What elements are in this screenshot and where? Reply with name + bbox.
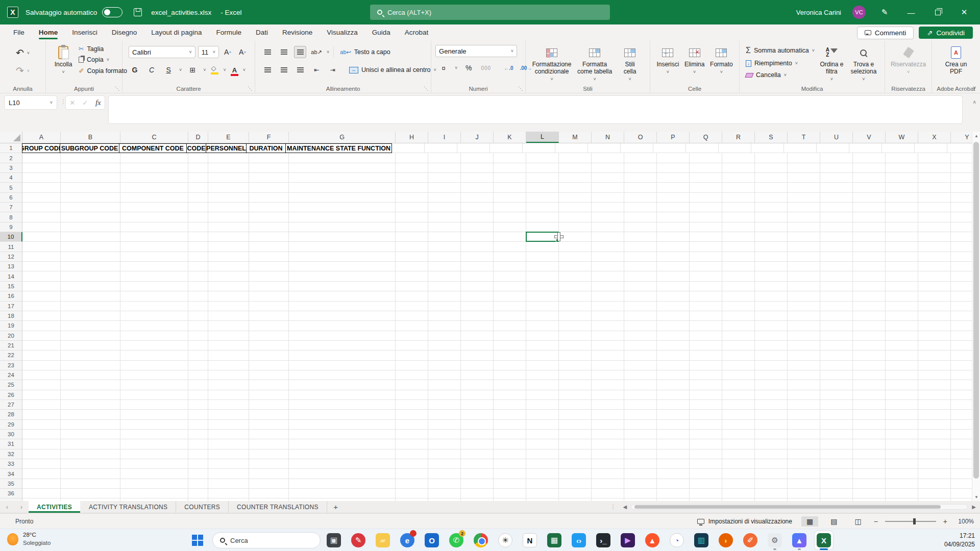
format-as-table-button[interactable]: Formatta come tabella˅ [574,44,616,83]
cell-J14[interactable] [461,271,494,281]
cell-A22[interactable] [22,350,61,360]
cell-J1[interactable] [457,143,490,153]
cell-Q36[interactable] [690,489,722,498]
cell-F34[interactable] [249,469,289,479]
cell-E21[interactable] [208,341,249,350]
cell-X24[interactable] [918,370,951,380]
cell-E29[interactable] [208,420,249,430]
row-header-16[interactable]: 16 [0,291,22,301]
borders-button[interactable]: ⊞ [186,64,199,76]
cell-M19[interactable] [559,321,592,331]
cell-A21[interactable] [22,341,61,350]
cell-G32[interactable] [289,449,396,459]
cell-A3[interactable] [22,163,61,173]
cell-U3[interactable] [820,163,853,173]
confirm-entry-icon[interactable]: ✓ [83,99,88,107]
cell-E18[interactable] [208,311,249,321]
start-button[interactable] [192,535,203,546]
bold-button[interactable]: G [129,64,141,76]
cell-W30[interactable] [886,430,918,439]
cell-N27[interactable] [592,400,624,410]
cell-F4[interactable] [249,173,289,183]
find-select-button[interactable]: Trova e seleziona˅ [847,44,880,83]
cell-Q8[interactable] [690,212,722,222]
cell-J11[interactable] [461,242,494,252]
cell-F36[interactable] [249,489,289,498]
cell-T24[interactable] [788,370,820,380]
cell-K32[interactable] [494,449,526,459]
cell-O2[interactable] [624,153,657,163]
cell-Q3[interactable] [690,163,722,173]
cell-F26[interactable] [249,390,289,400]
cell-N18[interactable] [592,311,624,321]
minimize-button[interactable]: — [903,8,919,17]
sheet-tab-activity-translations[interactable]: ACTIVITY TRANSLATIONS [81,501,176,513]
cell-K17[interactable] [494,302,526,311]
cell-F22[interactable] [249,350,289,360]
cell-D26[interactable] [188,390,208,400]
menu-tab-guida[interactable]: Guida [366,26,397,40]
cell-D9[interactable] [188,222,208,232]
cell-H4[interactable] [396,173,428,183]
cell-Y25[interactable] [951,380,972,390]
cell-Y27[interactable] [951,400,972,410]
cell-S2[interactable] [755,153,788,163]
cell-C34[interactable] [120,469,188,479]
cell-G8[interactable] [289,212,396,222]
cell-E17[interactable] [208,302,249,311]
cell-W21[interactable] [886,341,918,350]
cell-D17[interactable] [188,302,208,311]
cell-C28[interactable] [120,410,188,419]
cell-Y12[interactable] [951,252,972,262]
cell-S22[interactable] [755,350,788,360]
row-header-10[interactable]: 10 [0,232,22,242]
cell-X22[interactable] [918,350,951,360]
cell-D33[interactable] [188,459,208,469]
cell-D16[interactable] [188,291,208,301]
cell-A20[interactable] [22,331,61,341]
cell-W2[interactable] [886,153,918,163]
cell-U18[interactable] [820,311,853,321]
cell-G27[interactable] [289,400,396,410]
cell-F5[interactable] [249,183,289,192]
cell-N6[interactable] [592,193,624,203]
cell-B12[interactable] [61,252,120,262]
cell-J23[interactable] [461,361,494,370]
cell-R28[interactable] [722,410,755,419]
cell-H7[interactable] [396,203,428,212]
cell-T18[interactable] [788,311,820,321]
fill-color-icon[interactable] [211,66,219,73]
cell-O7[interactable] [624,203,657,212]
cell-Q26[interactable] [690,390,722,400]
cell-H33[interactable] [396,459,428,469]
cell-W11[interactable] [886,242,918,252]
cell-F2[interactable] [249,153,289,163]
cell-J25[interactable] [461,380,494,390]
cell-U21[interactable] [820,341,853,350]
shrink-font-button[interactable]: A˅ [236,46,249,58]
cell-T33[interactable] [788,459,820,469]
cell-J35[interactable] [461,479,494,489]
sort-filter-button[interactable]: AZ Ordina e filtra˅ [817,44,847,83]
clear-button[interactable]: Cancella˅ [744,70,817,80]
cell-P18[interactable] [657,311,690,321]
cell-O19[interactable] [624,321,657,331]
cell-W8[interactable] [886,212,918,222]
cell-A8[interactable] [22,212,61,222]
cell-Y19[interactable] [951,321,972,331]
cell-A24[interactable] [22,370,61,380]
cell-A35[interactable] [22,479,61,489]
cell-P30[interactable] [657,430,690,439]
cell-M12[interactable] [559,252,592,262]
row-header-17[interactable]: 17 [0,302,22,311]
cell-V23[interactable] [853,361,886,370]
cell-T35[interactable] [788,479,820,489]
cell-U15[interactable] [820,282,853,291]
cell-A26[interactable] [22,390,61,400]
taskbar-app-analytics-app-icon[interactable]: ▥ [692,531,710,549]
cell-F25[interactable] [249,380,289,390]
row-header-29[interactable]: 29 [0,420,22,430]
cell-Y21[interactable] [951,341,972,350]
cell-B29[interactable] [61,420,120,430]
cell-J19[interactable] [461,321,494,331]
